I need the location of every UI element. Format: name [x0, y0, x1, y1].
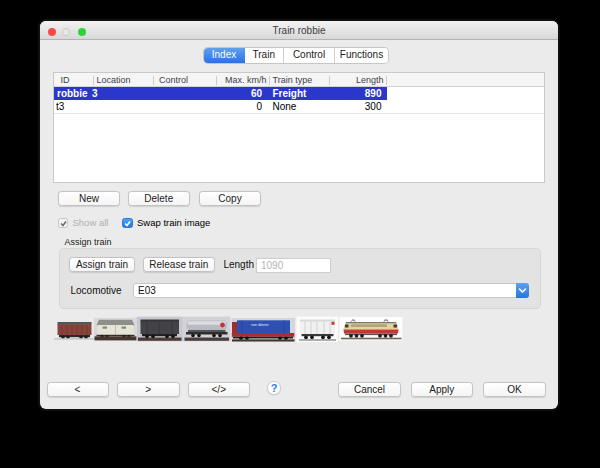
svg-text:von dieren: von dieren: [251, 323, 269, 327]
